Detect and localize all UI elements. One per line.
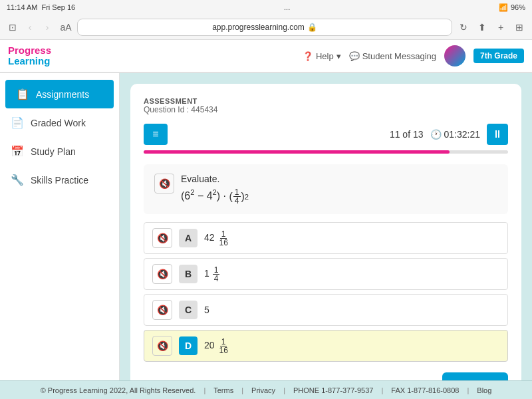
- blog-link[interactable]: Blog: [477, 386, 491, 394]
- option-value-b: 1 14: [204, 266, 220, 283]
- question-math: (62 − 42) · (14)2: [181, 188, 249, 205]
- main-layout: 📋 Assignments 📄 Graded Work 📅 Study Plan…: [0, 73, 532, 380]
- option-letter-d: D: [179, 336, 198, 355]
- speaker-c-icon: 🔇: [157, 305, 168, 315]
- help-label: Help: [316, 51, 334, 61]
- sidebar-item-label: Skills Practice: [31, 175, 88, 186]
- logo: Progress Learning: [8, 45, 51, 67]
- messaging-label: Student Messaging: [362, 51, 436, 61]
- date: Fri Sep 16: [41, 3, 75, 11]
- question-toolbar: ≡ 11 of 13 🕐 01:32:21 ⏸: [144, 124, 508, 145]
- audio-btn-c[interactable]: 🔇: [152, 300, 172, 320]
- progress-bar: [144, 150, 508, 154]
- url-bar[interactable]: app.progresslearning.com 🔒: [77, 19, 452, 36]
- option-value-a: 42 116: [204, 230, 230, 247]
- assessment-label: ASSESSMENT: [144, 97, 508, 105]
- sidebar-item-label: Graded Work: [31, 118, 86, 128]
- header-right: ❓ Help ▾ 💬 Student Messaging 7th Grade: [303, 45, 524, 66]
- tabs-button[interactable]: ⊞: [512, 20, 527, 35]
- question-area: 🔇 Evaluate. (62 − 42) · (14)2: [144, 164, 508, 214]
- next-button[interactable]: Next ▶: [442, 372, 508, 380]
- fax: FAX 1-877-816-0808: [391, 386, 459, 394]
- graded-work-icon: 📄: [11, 116, 24, 129]
- sidebar-item-graded-work[interactable]: 📄 Graded Work: [0, 108, 119, 137]
- privacy-link[interactable]: Privacy: [251, 386, 275, 394]
- timer: 🕐 01:32:21: [430, 129, 481, 140]
- skills-practice-icon: 🔧: [11, 174, 24, 186]
- sidebar-item-label: Study Plan: [31, 146, 76, 157]
- timer-value: 01:32:21: [444, 129, 481, 140]
- option-letter-c: C: [179, 301, 198, 319]
- new-tab-button[interactable]: +: [493, 20, 508, 35]
- wifi-icon: 📶: [499, 3, 508, 12]
- status-bar-left: 11:14 AM Fri Sep 16: [7, 3, 75, 11]
- status-bar: 11:14 AM Fri Sep 16 ... 📶 96%: [0, 0, 532, 15]
- help-button[interactable]: ❓ Help ▾: [303, 51, 341, 61]
- study-plan-icon: 📅: [11, 145, 24, 158]
- menu-button[interactable]: ≡: [144, 124, 168, 145]
- lock-icon: 🔒: [307, 23, 317, 32]
- assignments-icon: 📋: [16, 88, 29, 100]
- next-label: Next: [458, 380, 480, 381]
- sidebar-toggle-button[interactable]: ⊡: [5, 20, 20, 35]
- help-icon: ❓: [303, 51, 313, 61]
- assessment-card: ASSESSMENT Question Id : 445434 ≡ 11 of …: [130, 84, 521, 380]
- browser-bar: ⊡ ‹ › aA app.progresslearning.com 🔒 ↻ ⬆ …: [0, 15, 532, 40]
- copyright: © Progress Learning 2022, All Rights Res…: [41, 386, 196, 394]
- dots: ...: [284, 3, 290, 11]
- option-letter-a: A: [179, 229, 198, 247]
- answer-option-d[interactable]: 🔇 D 20 116: [144, 330, 508, 362]
- phone: PHONE 1-877-377-9537: [293, 386, 373, 394]
- option-value-d: 20 116: [204, 338, 230, 354]
- next-arrow-icon: ▶: [484, 379, 492, 380]
- text-size-button[interactable]: aA: [59, 20, 73, 35]
- clock-icon: 🕐: [430, 129, 442, 140]
- terms-link[interactable]: Terms: [213, 386, 233, 394]
- answer-options: 🔇 A 42 116 🔇 B 1 14: [144, 222, 508, 362]
- avatar: [444, 45, 466, 66]
- status-bar-center: ...: [75, 3, 499, 11]
- answer-option-c[interactable]: 🔇 C 5: [144, 294, 508, 326]
- sidebar-item-study-plan[interactable]: 📅 Study Plan: [0, 137, 119, 166]
- audio-btn-d[interactable]: 🔇: [152, 336, 172, 356]
- speaker-d-icon: 🔇: [157, 340, 168, 351]
- logo-progress: Progress: [8, 45, 51, 57]
- help-chevron-icon: ▾: [336, 51, 341, 61]
- app-header: Progress Learning ❓ Help ▾ 💬 Student Mes…: [0, 40, 532, 73]
- answer-option-b[interactable]: 🔇 B 1 14: [144, 258, 508, 290]
- sidebar-item-assignments[interactable]: 📋 Assignments: [5, 80, 114, 108]
- speaker-a-icon: 🔇: [157, 233, 168, 243]
- messaging-button[interactable]: 💬 Student Messaging: [349, 51, 436, 61]
- question-prompt: Evaluate.: [181, 174, 249, 184]
- audio-button[interactable]: 🔇: [154, 174, 174, 194]
- reload-button[interactable]: ↻: [456, 20, 471, 35]
- chat-icon: 💬: [349, 51, 360, 61]
- share-button[interactable]: ⬆: [475, 20, 489, 35]
- pause-button[interactable]: ⏸: [487, 124, 508, 145]
- battery: 96%: [511, 3, 525, 11]
- sidebar-item-skills-practice[interactable]: 🔧 Skills Practice: [0, 166, 119, 194]
- speaker-b-icon: 🔇: [157, 269, 168, 279]
- status-bar-right: 📶 96%: [499, 3, 525, 12]
- footer: © Progress Learning 2022, All Rights Res…: [0, 380, 532, 399]
- next-btn-container: Next ▶: [144, 372, 508, 380]
- option-value-c: 5: [204, 305, 209, 315]
- question-content: Evaluate. (62 − 42) · (14)2: [181, 174, 249, 205]
- answer-option-a[interactable]: 🔇 A 42 116: [144, 222, 508, 254]
- time: 11:14 AM: [7, 3, 37, 11]
- audio-btn-a[interactable]: 🔇: [152, 228, 172, 248]
- browser-nav: ⊡ ‹ ›: [5, 20, 55, 35]
- progress-bar-fill: [144, 150, 450, 154]
- forward-button[interactable]: ›: [40, 20, 55, 35]
- content-area: ASSESSMENT Question Id : 445434 ≡ 11 of …: [120, 73, 532, 380]
- toolbar-right: 11 of 13 🕐 01:32:21 ⏸: [390, 124, 508, 145]
- url-text: app.progresslearning.com: [212, 23, 305, 32]
- sidebar-item-label: Assignments: [36, 89, 89, 100]
- option-letter-b: B: [179, 265, 198, 283]
- grade-badge: 7th Grade: [473, 49, 524, 63]
- audio-btn-b[interactable]: 🔇: [152, 264, 172, 284]
- logo-learning: Learning: [8, 56, 51, 67]
- sidebar: 📋 Assignments 📄 Graded Work 📅 Study Plan…: [0, 73, 120, 380]
- back-button[interactable]: ‹: [23, 20, 37, 35]
- speaker-icon: 🔇: [159, 178, 170, 189]
